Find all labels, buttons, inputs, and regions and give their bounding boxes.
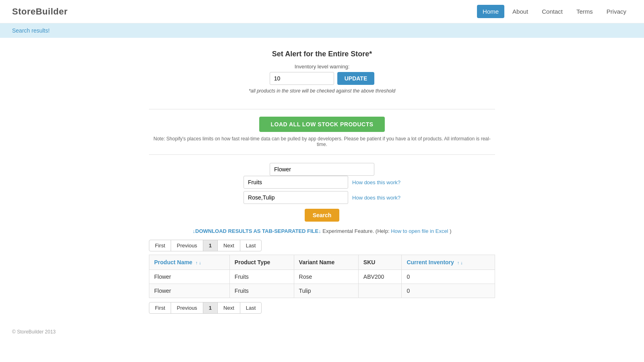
alert-section: Set Alert for the Entire Store* Inventor…	[149, 46, 495, 102]
search-button[interactable]: Search	[305, 209, 340, 222]
first-button-bottom[interactable]: First	[149, 302, 171, 314]
cell-inventory: 0	[402, 284, 495, 298]
load-low-stock-button[interactable]: LOAD ALL LOW STOCK PRODUCTS	[259, 117, 384, 132]
download-link[interactable]: ↓DOWNLOAD RESULTS AS TAB-SEPARATED FILE↓	[193, 228, 321, 234]
last-button-top[interactable]: Last	[240, 240, 262, 251]
experimental-text: Experimental Feature. (Help:	[322, 228, 391, 234]
pagination-bottom: First Previous 1 Next Last	[149, 302, 495, 314]
load-note: Note: Shopify's places limits on how fas…	[149, 136, 495, 147]
inventory-warning-input[interactable]	[270, 72, 334, 85]
alert-input-row: UPDATE	[149, 72, 495, 85]
update-button[interactable]: UPDATE	[337, 72, 375, 85]
first-button-top[interactable]: First	[149, 240, 171, 251]
divider-1	[149, 109, 495, 109]
col-current-inventory[interactable]: Current Inventory ↑ ↓	[402, 255, 495, 270]
excel-help-link[interactable]: How to open file in Excel	[391, 228, 448, 234]
cell-sku	[358, 284, 402, 298]
cell-product_type: Fruits	[229, 270, 294, 284]
cell-variant_name: Rose	[294, 270, 358, 284]
table-header: Product Name ↑ ↓ Product Type Variant Na…	[149, 255, 495, 270]
nav-links: Home About Contact Terms Privacy	[477, 5, 632, 18]
how-does-this-work-link-1[interactable]: How does this work?	[352, 179, 400, 185]
brand: StoreBuilder	[12, 6, 68, 17]
results-table: Product Name ↑ ↓ Product Type Variant Na…	[149, 255, 495, 298]
footer: © StoreBuilder 2013	[0, 325, 644, 343]
cell-inventory: 0	[402, 270, 495, 284]
pagination-top: First Previous 1 Next Last	[149, 240, 495, 251]
table-row: FlowerFruitsRoseABV2000	[149, 270, 495, 284]
main-content: Set Alert for the Entire Store* Inventor…	[141, 38, 503, 325]
how-does-this-work-link-2[interactable]: How does this work?	[352, 195, 400, 201]
search-variant-name-input[interactable]	[244, 191, 348, 204]
table-body: FlowerFruitsRoseABV2000FlowerFruitsTulip…	[149, 270, 495, 298]
nav-terms[interactable]: Terms	[571, 5, 599, 18]
nav-about[interactable]: About	[507, 5, 534, 18]
product-name-sort-arrows: ↑ ↓	[196, 260, 201, 265]
page-1-button-bottom[interactable]: 1	[203, 302, 218, 314]
footer-text: © StoreBuilder 2013	[12, 329, 56, 335]
next-button-top[interactable]: Next	[217, 240, 240, 251]
closing-paren: )	[450, 228, 451, 234]
cell-product_name: Flower	[149, 284, 230, 298]
divider-2	[149, 154, 495, 155]
search-field-3-wrap: How does this work?	[244, 191, 400, 204]
last-button-bottom[interactable]: Last	[240, 302, 262, 314]
search-field-1-wrap	[270, 163, 374, 176]
col-product-name[interactable]: Product Name ↑ ↓	[149, 255, 230, 270]
previous-button-top[interactable]: Previous	[171, 240, 203, 251]
search-field-2-wrap: How does this work?	[244, 176, 400, 189]
alert-note: *all products in the store will be check…	[149, 88, 495, 94]
cell-product_type: Fruits	[229, 284, 294, 298]
col-product-type: Product Type	[229, 255, 294, 270]
col-sku: SKU	[358, 255, 402, 270]
next-button-bottom[interactable]: Next	[217, 302, 240, 314]
alert-section-title: Set Alert for the Entire Store*	[149, 50, 495, 58]
inventory-sort-arrows: ↑ ↓	[457, 260, 463, 265]
table-header-row: Product Name ↑ ↓ Product Type Variant Na…	[149, 255, 495, 270]
alert-bar: Search results!	[0, 23, 644, 38]
inventory-warning-label: Inventory level warning:	[295, 64, 350, 70]
cell-sku: ABV200	[358, 270, 402, 284]
search-section: How does this work? How does this work? …	[149, 163, 495, 222]
search-product-type-input[interactable]	[244, 176, 348, 189]
cell-product_name: Flower	[149, 270, 230, 284]
nav-contact[interactable]: Contact	[536, 5, 568, 18]
nav-home[interactable]: Home	[477, 5, 504, 18]
load-section: LOAD ALL LOW STOCK PRODUCTS Note: Shopif…	[149, 117, 495, 147]
navbar: StoreBuilder Home About Contact Terms Pr…	[0, 0, 644, 23]
search-product-name-input[interactable]	[270, 163, 374, 176]
download-section: ↓DOWNLOAD RESULTS AS TAB-SEPARATED FILE↓…	[149, 228, 495, 234]
alert-bar-text: Search results!	[12, 27, 50, 34]
table-row: FlowerFruitsTulip0	[149, 284, 495, 298]
cell-variant_name: Tulip	[294, 284, 358, 298]
col-variant-name: Variant Name	[294, 255, 358, 270]
nav-privacy[interactable]: Privacy	[601, 5, 632, 18]
page-1-button-top[interactable]: 1	[203, 240, 218, 251]
previous-button-bottom[interactable]: Previous	[171, 302, 203, 314]
